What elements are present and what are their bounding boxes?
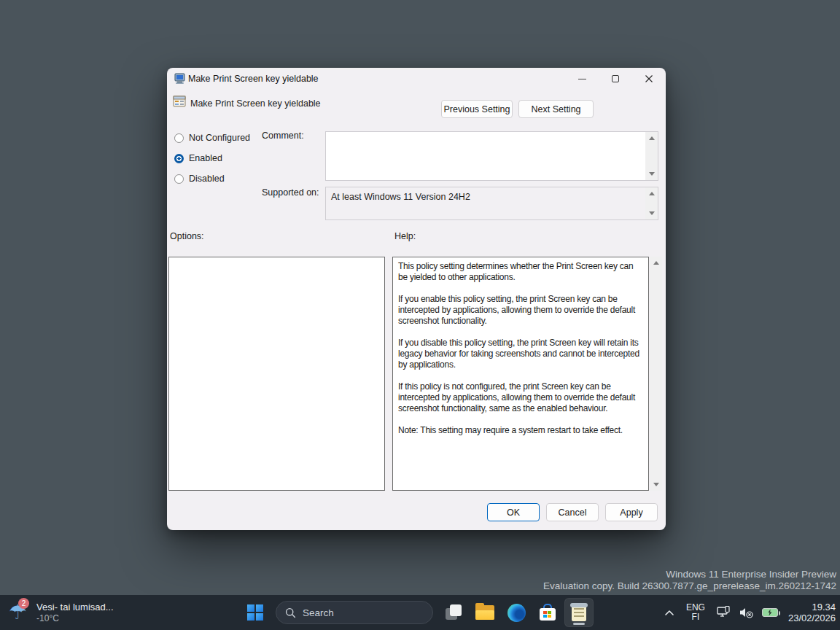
comment-scrollbar[interactable] — [645, 132, 658, 180]
search-icon — [285, 607, 296, 618]
comment-label: Comment: — [262, 131, 304, 141]
radio-enabled[interactable]: Enabled — [174, 153, 222, 163]
ok-button[interactable]: OK — [487, 503, 540, 521]
tray-chevron-up-icon[interactable] — [664, 610, 674, 616]
weather-headline: Vesi- tai lumisad... — [36, 602, 114, 612]
help-scrollbar[interactable] — [650, 257, 662, 491]
tray-time: 19.34 — [788, 602, 836, 612]
weather-icon: ☂ 2 — [9, 602, 27, 623]
group-policy-icon — [572, 603, 586, 623]
start-button[interactable] — [241, 598, 270, 627]
next-setting-button[interactable]: Next Setting — [518, 100, 594, 118]
edge-button[interactable] — [502, 598, 531, 627]
apply-button[interactable]: Apply — [605, 503, 658, 521]
file-explorer-button[interactable] — [470, 598, 499, 627]
volume-muted-icon[interactable] — [739, 607, 754, 618]
options-panel — [168, 257, 385, 491]
radio-circle[interactable] — [174, 133, 184, 143]
policy-setting-dialog: Make Print Screen key yieldable Make Pri… — [167, 68, 666, 530]
notification-badge: 2 — [18, 598, 29, 609]
radio-circle[interactable] — [174, 174, 184, 184]
weather-temperature: -10°C — [36, 613, 114, 623]
maximize-button[interactable] — [599, 68, 632, 90]
group-policy-editor-button[interactable] — [564, 598, 594, 627]
supported-on-value: At least Windows 11 Version 24H2 — [331, 192, 470, 202]
policy-icon — [173, 96, 187, 108]
supported-scrollbar[interactable] — [645, 187, 658, 219]
windows-logo-icon — [247, 604, 263, 621]
supported-on-textarea[interactable]: At least Windows 11 Version 24H2 — [325, 187, 658, 220]
help-paragraph: If you enable this policy setting, the p… — [398, 294, 642, 327]
edge-icon — [508, 604, 526, 622]
comment-textarea[interactable] — [325, 131, 658, 181]
search-box[interactable]: Search — [276, 601, 433, 624]
maximize-icon — [612, 75, 619, 82]
minimize-button[interactable] — [565, 68, 599, 90]
help-label: Help: — [394, 231, 416, 241]
watermark-line2: Evaluation copy. Build 26300.7877.ge_pre… — [543, 580, 836, 592]
radio-disabled[interactable]: Disabled — [174, 174, 225, 184]
close-icon — [645, 74, 653, 83]
help-paragraph: Note: This setting may require a system … — [398, 425, 642, 436]
scroll-down-icon[interactable] — [645, 168, 658, 180]
battery-icon[interactable] — [762, 608, 778, 617]
scroll-down-icon[interactable] — [650, 478, 662, 491]
charging-bolt-icon — [763, 609, 777, 616]
watermark-line1: Windows 11 Enterprise Insider Preview — [543, 569, 836, 580]
dialog-titlebar[interactable]: Make Print Screen key yieldable — [167, 68, 666, 90]
help-paragraph: If you disable this policy setting, the … — [398, 338, 642, 370]
scroll-up-icon[interactable] — [645, 187, 658, 200]
dialog-app-icon — [174, 73, 186, 85]
help-paragraph: This policy setting determines whether t… — [398, 261, 642, 283]
supported-on-label: Supported on: — [262, 187, 319, 198]
cancel-button[interactable]: Cancel — [546, 503, 599, 521]
radio-not-configured[interactable]: Not Configured — [174, 133, 250, 143]
microsoft-store-button[interactable] — [533, 598, 562, 627]
scroll-up-icon[interactable] — [650, 257, 662, 269]
clock[interactable]: 19.34 23/02/2026 — [788, 602, 836, 623]
taskbar: ☂ 2 Vesi- tai lumisad... -10°C Search — [0, 595, 840, 630]
radio-circle-checked[interactable] — [174, 154, 184, 163]
minimize-icon — [578, 79, 586, 79]
search-placeholder: Search — [303, 607, 334, 618]
help-paragraph: If this policy is not configured, the pr… — [398, 381, 642, 414]
close-button[interactable] — [632, 68, 666, 90]
policy-name: Make Print Screen key yieldable — [190, 98, 321, 109]
scroll-down-icon[interactable] — [645, 207, 658, 219]
network-icon[interactable] — [717, 606, 731, 619]
previous-setting-button[interactable]: Previous Setting — [441, 100, 513, 118]
store-icon — [539, 604, 556, 621]
evaluation-watermark: Windows 11 Enterprise Insider Preview Ev… — [543, 569, 836, 591]
weather-widget[interactable]: ☂ 2 Vesi- tai lumisad... -10°C — [9, 595, 114, 630]
scroll-up-icon[interactable] — [645, 132, 658, 144]
help-panel: This policy setting determines whether t… — [392, 257, 649, 491]
options-label: Options: — [170, 231, 204, 241]
file-explorer-icon — [475, 605, 494, 620]
dialog-title: Make Print Screen key yieldable — [188, 74, 319, 84]
language-indicator[interactable]: ENG FI — [686, 603, 705, 622]
tray-date: 23/02/2026 — [788, 612, 836, 623]
active-app-indicator — [573, 623, 585, 625]
task-view-button[interactable] — [439, 598, 468, 627]
